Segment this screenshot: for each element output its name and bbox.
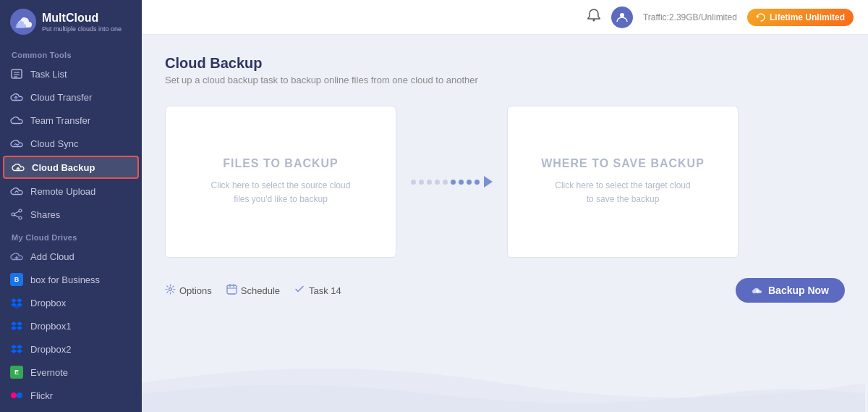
svg-point-8 <box>12 213 14 216</box>
cloud-drives-label: My Cloud Drives <box>0 226 142 245</box>
content-area: Cloud Backup Set up a cloud backup task … <box>142 35 868 412</box>
arrow-dot-2 <box>419 180 424 185</box>
traffic-info: Traffic:2.39GB/Unlimited <box>643 12 737 22</box>
topbar: Traffic:2.39GB/Unlimited Lifetime Unlimi… <box>142 0 868 35</box>
sidebar-label-task-list: Task List <box>30 69 67 80</box>
arrow-dot-6 <box>451 180 456 185</box>
logo-icon <box>10 9 36 35</box>
sidebar-label-dropbox1: Dropbox1 <box>30 321 71 332</box>
backup-target-subtitle: Click here to select the target cloud to… <box>550 179 695 206</box>
sidebar-item-add-cloud[interactable]: Add Cloud <box>0 245 142 268</box>
sidebar-label-remote-upload: Remote Upload <box>30 186 95 197</box>
task-list-icon <box>10 67 23 80</box>
arrow-dot-4 <box>435 180 440 185</box>
shares-icon <box>10 208 23 221</box>
sidebar-label-flickr: Flickr <box>30 390 53 401</box>
backup-source-subtitle: Click here to select the source cloud fi… <box>208 179 353 206</box>
arrow-connector <box>396 176 507 188</box>
schedule-label: Schedule <box>241 285 280 296</box>
team-transfer-icon <box>10 114 23 127</box>
arrow-dot-8 <box>467 180 472 185</box>
dropbox-icon <box>10 296 23 309</box>
lifetime-label: Lifetime Unlimited <box>770 12 845 22</box>
toolbar-left: Options Schedule Task 14 <box>165 284 341 297</box>
svg-point-15 <box>17 392 22 398</box>
backup-now-label: Backup Now <box>768 285 829 296</box>
svg-point-19 <box>620 13 624 17</box>
sidebar-item-team-transfer[interactable]: Team Transfer <box>0 109 142 132</box>
sidebar-item-cloud-backup[interactable]: Cloud Backup <box>3 156 139 179</box>
cloud-transfer-icon <box>10 91 23 104</box>
sidebar-item-box-business[interactable]: B box for Business <box>0 268 142 291</box>
sidebar-label-shares: Shares <box>30 209 60 220</box>
svg-line-11 <box>14 215 19 217</box>
app-name: MultCloud <box>42 11 122 25</box>
main-content: Traffic:2.39GB/Unlimited Lifetime Unlimi… <box>142 0 868 412</box>
page-subtitle: Set up a cloud backup task to backup onl… <box>165 75 845 85</box>
sidebar-label-team-transfer: Team Transfer <box>30 115 90 126</box>
wave-decoration <box>142 340 865 412</box>
task-label: Task 14 <box>309 285 341 296</box>
sidebar-item-dropbox2[interactable]: Dropbox2 <box>0 337 142 361</box>
options-label: Options <box>179 285 212 296</box>
sidebar-item-dropbox1[interactable]: Dropbox1 <box>0 314 142 337</box>
backup-toolbar: Options Schedule Task 14 <box>165 278 845 303</box>
svg-point-18 <box>592 20 595 22</box>
task-icon <box>294 284 305 297</box>
sidebar-label-cloud-backup: Cloud Backup <box>32 162 95 173</box>
box-business-icon: B <box>10 273 23 286</box>
task-button[interactable]: Task 14 <box>294 284 341 297</box>
sidebar-label-dropbox: Dropbox <box>30 298 66 308</box>
add-cloud-icon <box>10 250 23 263</box>
flickr-icon <box>10 389 23 402</box>
sidebar-label-evernote: Evernote <box>30 367 68 378</box>
dropbox2-icon <box>10 342 23 356</box>
sidebar-label-add-cloud: Add Cloud <box>30 251 75 262</box>
sidebar: MultCloud Put multiple clouds into one C… <box>0 0 142 412</box>
sidebar-item-cloud-sync[interactable]: Cloud Sync <box>0 132 142 155</box>
schedule-button[interactable]: Schedule <box>226 284 280 297</box>
arrow-dot-7 <box>459 180 464 185</box>
arrow-dot-3 <box>427 180 432 185</box>
cloud-backup-icon <box>12 161 25 174</box>
sidebar-item-shares[interactable]: Shares <box>0 203 142 226</box>
sidebar-label-box-business: box for Business <box>30 274 100 285</box>
svg-point-9 <box>19 216 22 219</box>
sidebar-label-dropbox2: Dropbox2 <box>30 344 71 355</box>
sidebar-item-invite-friends[interactable]: Invite friends <box>0 407 142 412</box>
backup-now-button[interactable]: Backup Now <box>736 278 845 303</box>
cloud-sync-icon <box>10 137 23 150</box>
logo: MultCloud Put multiple clouds into one <box>0 0 142 43</box>
user-avatar[interactable] <box>611 7 633 28</box>
arrow-dot-1 <box>411 180 416 185</box>
evernote-icon: E <box>10 366 23 379</box>
sidebar-item-remote-upload[interactable]: Remote Upload <box>0 180 142 203</box>
sidebar-item-cloud-transfer[interactable]: Cloud Transfer <box>0 85 142 109</box>
schedule-icon <box>226 284 237 297</box>
svg-line-10 <box>14 211 19 214</box>
sidebar-item-dropbox[interactable]: Dropbox <box>0 291 142 314</box>
remote-upload-icon <box>10 185 23 198</box>
svg-point-7 <box>19 209 22 212</box>
svg-rect-21 <box>227 285 237 294</box>
app-tagline: Put multiple clouds into one <box>42 25 122 33</box>
arrow-dot-9 <box>475 180 480 185</box>
sidebar-item-evernote[interactable]: E Evernote <box>0 361 142 384</box>
notification-bell[interactable] <box>587 8 601 26</box>
sidebar-item-task-list[interactable]: Task List <box>0 62 142 85</box>
backup-source-panel[interactable]: FILES TO BACKUP Click here to select the… <box>165 106 396 258</box>
arrow-head <box>484 176 493 188</box>
arrow-dot-5 <box>443 180 448 185</box>
options-button[interactable]: Options <box>165 284 212 297</box>
sidebar-item-flickr[interactable]: Flickr <box>0 384 142 407</box>
sidebar-label-cloud-sync: Cloud Sync <box>30 138 78 149</box>
backup-target-panel[interactable]: WHERE TO SAVE BACKUP Click here to selec… <box>507 106 739 258</box>
dropbox1-icon <box>10 319 23 332</box>
sidebar-label-cloud-transfer: Cloud Transfer <box>30 92 92 103</box>
options-icon <box>165 284 176 297</box>
lifetime-unlimited-button[interactable]: Lifetime Unlimited <box>747 9 854 26</box>
backup-source-title: FILES TO BACKUP <box>223 157 339 170</box>
backup-target-title: WHERE TO SAVE BACKUP <box>541 157 705 170</box>
page-title: Cloud Backup <box>165 55 845 72</box>
svg-point-20 <box>169 288 172 291</box>
